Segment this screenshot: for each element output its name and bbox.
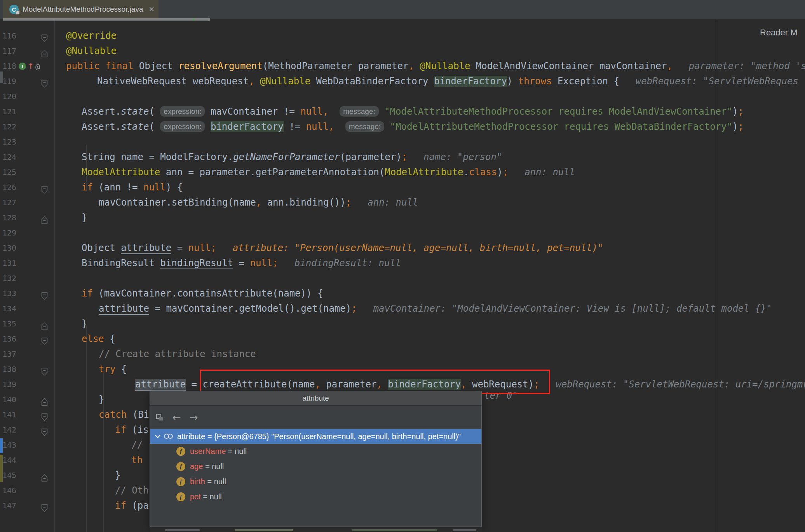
- fold-region-end-icon[interactable]: [41, 396, 48, 404]
- code-line-121[interactable]: 121Assert.state( expression: mavContaine…: [0, 104, 805, 119]
- code-line-135[interactable]: 135}: [0, 316, 805, 331]
- code-line-119[interactable]: 119NativeWebRequest webRequest, @Nullabl…: [0, 74, 805, 89]
- annotated-icon: @: [35, 62, 40, 71]
- code-line-130[interactable]: 130Object attribute = null;attribute: "P…: [0, 241, 805, 256]
- variable-root-text: attribute = {Person@6785} "Person(userNa…: [177, 432, 461, 441]
- code-text[interactable]: if (mavContainer.containsAttribute(name)…: [0, 286, 805, 301]
- code-text[interactable]: @Nullable: [0, 44, 805, 59]
- code-line-127[interactable]: 127mavContainer.setBinding(name, ann.bin…: [0, 195, 805, 210]
- left-edge-marker-gray: [0, 72, 3, 83]
- popup-toolbar: ← →: [150, 406, 481, 429]
- code-text[interactable]: // Create attribute instance: [0, 347, 805, 362]
- variable-field-row-age[interactable]: fage = null: [150, 459, 481, 474]
- code-line-124[interactable]: 124String name = ModelFactory.getNameFor…: [0, 150, 805, 165]
- code-line-118[interactable]: 118I↑@public final Object resolveArgumen…: [0, 59, 805, 74]
- back-icon[interactable]: ←: [172, 412, 181, 422]
- line-number: 136: [0, 331, 16, 347]
- line-number: 139: [0, 377, 16, 392]
- field-equals: =: [201, 492, 210, 501]
- code-text[interactable]: Assert.state( expression: mavContainer !…: [0, 104, 805, 119]
- line-number: 142: [0, 422, 16, 438]
- code-line-117[interactable]: 117@Nullable: [0, 44, 805, 59]
- overrides-method-icon[interactable]: ↑: [28, 63, 34, 70]
- field-equals: =: [203, 462, 212, 471]
- fold-region-end-icon[interactable]: [41, 47, 48, 55]
- debugger-inline-hint: ann: null: [524, 167, 575, 178]
- fold-region-start-icon[interactable]: [41, 365, 48, 373]
- variable-field-row-pet[interactable]: fpet = null: [150, 489, 481, 504]
- debugger-inline-hint: attribute: "Person(userName=null, age=nu…: [233, 242, 603, 253]
- fold-region-start-icon[interactable]: [41, 335, 48, 343]
- line-number: 141: [0, 407, 16, 422]
- code-line-133[interactable]: 133if (mavContainer.containsAttribute(na…: [0, 286, 805, 301]
- variable-field-row-birth[interactable]: fbirth = null: [150, 474, 481, 489]
- forward-icon[interactable]: →: [190, 412, 198, 422]
- code-line-126[interactable]: 126if (ann != null) {: [0, 180, 805, 195]
- line-number: 137: [0, 347, 16, 362]
- parameter-hint-capsule: message:: [340, 106, 378, 117]
- code-line-134[interactable]: 134attribute = mavContainer.getModel().g…: [0, 301, 805, 316]
- code-text[interactable]: @Override: [0, 28, 805, 44]
- file-tab[interactable]: C ModelAttributeMethodProcessor.java ✕: [3, 0, 159, 19]
- variable-fields: fuserName = nullfage = nullfbirth = null…: [150, 444, 481, 504]
- code-editor[interactable]: Reader M 116@Override117@Nullable118I↑@p…: [0, 21, 805, 532]
- fold-region-end-icon[interactable]: [41, 471, 48, 480]
- field-name: age: [190, 462, 203, 471]
- field-equals: =: [226, 447, 235, 456]
- code-line-136[interactable]: 136else {: [0, 331, 805, 347]
- code-text[interactable]: }: [0, 210, 805, 225]
- code-line-132[interactable]: 132: [0, 271, 805, 286]
- code-text[interactable]: BindingResult bindingResult = null;bindi…: [0, 256, 805, 271]
- code-line-125[interactable]: 125ModelAttribute ann = parameter.getPar…: [0, 165, 805, 180]
- code-line-131[interactable]: 131BindingResult bindingResult = null;bi…: [0, 256, 805, 271]
- gutter-badges[interactable]: I↑@: [19, 59, 40, 74]
- field-icon: f: [176, 477, 185, 486]
- fold-region-start-icon[interactable]: [41, 32, 48, 40]
- fold-region-start-icon[interactable]: [41, 290, 48, 298]
- tab-close-icon[interactable]: ✕: [149, 5, 155, 14]
- code-line-120[interactable]: 120: [0, 89, 805, 104]
- code-text[interactable]: else {: [0, 331, 805, 347]
- code-line-122[interactable]: 122Assert.state( expression: binderFacto…: [0, 119, 805, 134]
- fold-region-start-icon[interactable]: [41, 77, 48, 85]
- debugger-inline-hint: webRequest: "ServletWebRequest: uri=/spr…: [556, 379, 805, 390]
- debugger-inline-hint: webRequest: "ServletWebReques: [636, 76, 798, 87]
- parameter-hint-capsule: expression:: [160, 121, 205, 132]
- line-number: 125: [0, 165, 16, 180]
- fold-region-start-icon[interactable]: [41, 183, 48, 192]
- code-text[interactable]: attribute = mavContainer.getModel().get(…: [0, 301, 805, 316]
- line-number: 134: [0, 301, 16, 316]
- implementing-method-icon[interactable]: I: [19, 63, 26, 70]
- fold-region-end-icon[interactable]: [41, 214, 48, 222]
- watch-icon: [164, 434, 174, 439]
- code-text[interactable]: Assert.state( expression: binderFactory …: [0, 119, 805, 134]
- line-number: 120: [0, 89, 16, 104]
- show-referring-objects-icon[interactable]: [155, 413, 164, 422]
- variable-root-row[interactable]: attribute = {Person@6785} "Person(userNa…: [150, 429, 481, 444]
- line-number: 138: [0, 362, 16, 377]
- code-line-137[interactable]: 137// Create attribute instance: [0, 347, 805, 362]
- code-text[interactable]: public final Object resolveArgument(Meth…: [0, 59, 805, 74]
- code-line-116[interactable]: 116@Override: [0, 28, 805, 44]
- field-icon: f: [176, 492, 185, 501]
- code-line-129[interactable]: 129: [0, 225, 805, 241]
- line-number: 131: [0, 256, 16, 271]
- line-number: 130: [0, 241, 16, 256]
- fold-region-start-icon[interactable]: [41, 426, 48, 434]
- fold-region-end-icon[interactable]: [41, 320, 48, 328]
- code-line-123[interactable]: 123: [0, 134, 805, 150]
- code-line-128[interactable]: 128}: [0, 210, 805, 225]
- code-text[interactable]: mavContainer.setBinding(name, ann.bindin…: [0, 195, 805, 210]
- line-number: 127: [0, 195, 16, 210]
- fold-region-start-icon[interactable]: [41, 411, 48, 419]
- code-text[interactable]: String name = ModelFactory.getNameForPar…: [0, 150, 805, 165]
- field-value: null: [214, 477, 226, 486]
- code-text[interactable]: Object attribute = null;attribute: "Pers…: [0, 241, 805, 256]
- variable-field-row-userName[interactable]: fuserName = null: [150, 444, 481, 459]
- code-text[interactable]: NativeWebRequest webRequest, @Nullable W…: [0, 74, 805, 89]
- code-text[interactable]: ModelAttribute ann = parameter.getParame…: [0, 165, 805, 180]
- code-text[interactable]: }: [0, 316, 805, 331]
- line-number: 133: [0, 286, 16, 301]
- fold-region-start-icon[interactable]: [41, 502, 48, 510]
- code-text[interactable]: if (ann != null) {: [0, 180, 805, 195]
